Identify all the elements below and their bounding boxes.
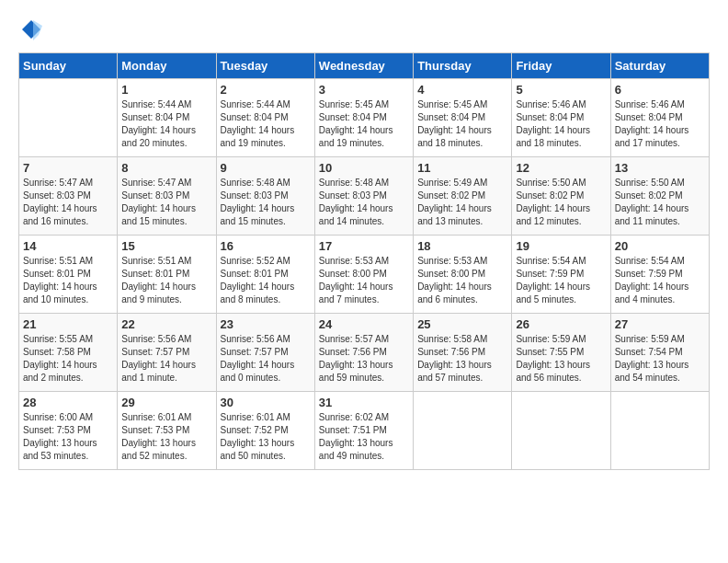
cell-content: Sunrise: 6:00 AM Sunset: 7:53 PM Dayligh… [23, 411, 113, 463]
day-number: 25 [417, 317, 507, 331]
calendar-cell: 12Sunrise: 5:50 AM Sunset: 8:02 PM Dayli… [512, 157, 610, 236]
day-number: 10 [319, 161, 409, 175]
calendar-cell: 13Sunrise: 5:50 AM Sunset: 8:02 PM Dayli… [610, 157, 709, 236]
calendar-cell: 23Sunrise: 5:56 AM Sunset: 7:57 PM Dayli… [216, 314, 314, 392]
calendar-cell: 24Sunrise: 5:57 AM Sunset: 7:56 PM Dayli… [314, 314, 413, 392]
calendar-cell [512, 392, 610, 470]
day-number: 3 [319, 83, 409, 97]
cell-content: Sunrise: 5:48 AM Sunset: 8:03 PM Dayligh… [221, 177, 311, 228]
page-header [18, 18, 710, 45]
day-number: 18 [417, 239, 507, 253]
day-number: 1 [121, 83, 211, 97]
day-number: 30 [221, 396, 311, 409]
calendar-cell: 5Sunrise: 5:46 AM Sunset: 8:04 PM Daylig… [512, 79, 610, 157]
calendar-body: 1Sunrise: 5:44 AM Sunset: 8:04 PM Daylig… [19, 79, 710, 470]
day-number: 6 [615, 83, 705, 97]
calendar-cell [610, 392, 709, 470]
svg-marker-1 [33, 20, 42, 40]
day-header-tuesday: Tuesday [216, 53, 314, 79]
day-number: 24 [319, 317, 409, 331]
cell-content: Sunrise: 5:47 AM Sunset: 8:03 PM Dayligh… [121, 177, 211, 228]
day-header-sunday: Sunday [19, 53, 118, 79]
day-number: 23 [221, 317, 311, 331]
cell-content: Sunrise: 5:47 AM Sunset: 8:03 PM Dayligh… [23, 177, 113, 228]
cell-content: Sunrise: 5:59 AM Sunset: 7:54 PM Dayligh… [615, 333, 705, 385]
day-number: 20 [615, 239, 705, 253]
cell-content: Sunrise: 5:44 AM Sunset: 8:04 PM Dayligh… [121, 98, 211, 150]
day-number: 21 [23, 317, 113, 331]
calendar-cell: 16Sunrise: 5:52 AM Sunset: 8:01 PM Dayli… [216, 236, 314, 314]
calendar-table: SundayMondayTuesdayWednesdayThursdayFrid… [18, 52, 710, 470]
week-row-1: 1Sunrise: 5:44 AM Sunset: 8:04 PM Daylig… [19, 79, 710, 157]
calendar-cell: 17Sunrise: 5:53 AM Sunset: 8:00 PM Dayli… [314, 236, 413, 314]
calendar-cell: 15Sunrise: 5:51 AM Sunset: 8:01 PM Dayli… [118, 236, 216, 314]
cell-content: Sunrise: 5:56 AM Sunset: 7:57 PM Dayligh… [121, 333, 211, 385]
logo-icon [20, 18, 42, 40]
week-row-2: 7Sunrise: 5:47 AM Sunset: 8:03 PM Daylig… [19, 157, 710, 236]
day-header-saturday: Saturday [610, 53, 709, 79]
day-header-monday: Monday [118, 53, 216, 79]
cell-content: Sunrise: 5:57 AM Sunset: 7:56 PM Dayligh… [319, 333, 409, 385]
day-number: 4 [417, 83, 507, 97]
day-number: 12 [516, 161, 606, 175]
calendar-cell: 11Sunrise: 5:49 AM Sunset: 8:02 PM Dayli… [414, 157, 512, 236]
calendar-cell: 4Sunrise: 5:45 AM Sunset: 8:04 PM Daylig… [414, 79, 512, 157]
day-number: 19 [516, 239, 606, 253]
day-number: 22 [121, 317, 211, 331]
calendar-cell: 8Sunrise: 5:47 AM Sunset: 8:03 PM Daylig… [118, 157, 216, 236]
day-number: 14 [23, 239, 113, 253]
cell-content: Sunrise: 5:46 AM Sunset: 8:04 PM Dayligh… [615, 98, 705, 150]
cell-content: Sunrise: 5:50 AM Sunset: 8:02 PM Dayligh… [615, 177, 705, 228]
cell-content: Sunrise: 5:54 AM Sunset: 7:59 PM Dayligh… [615, 255, 705, 306]
day-number: 16 [221, 239, 311, 253]
header-row: SundayMondayTuesdayWednesdayThursdayFrid… [19, 53, 710, 79]
calendar-cell: 9Sunrise: 5:48 AM Sunset: 8:03 PM Daylig… [216, 157, 314, 236]
calendar-cell: 19Sunrise: 5:54 AM Sunset: 7:59 PM Dayli… [512, 236, 610, 314]
calendar-cell: 29Sunrise: 6:01 AM Sunset: 7:53 PM Dayli… [118, 392, 216, 470]
calendar-cell: 20Sunrise: 5:54 AM Sunset: 7:59 PM Dayli… [610, 236, 709, 314]
calendar-cell: 18Sunrise: 5:53 AM Sunset: 8:00 PM Dayli… [414, 236, 512, 314]
day-number: 13 [615, 161, 705, 175]
day-number: 8 [121, 161, 211, 175]
calendar-cell [19, 79, 118, 157]
cell-content: Sunrise: 5:49 AM Sunset: 8:02 PM Dayligh… [417, 177, 507, 228]
day-number: 5 [516, 83, 606, 97]
calendar-cell: 31Sunrise: 6:02 AM Sunset: 7:51 PM Dayli… [314, 392, 413, 470]
cell-content: Sunrise: 6:02 AM Sunset: 7:51 PM Dayligh… [319, 411, 409, 463]
day-header-friday: Friday [512, 53, 610, 79]
cell-content: Sunrise: 5:52 AM Sunset: 8:01 PM Dayligh… [221, 255, 311, 306]
calendar-cell: 6Sunrise: 5:46 AM Sunset: 8:04 PM Daylig… [610, 79, 709, 157]
calendar-cell: 14Sunrise: 5:51 AM Sunset: 8:01 PM Dayli… [19, 236, 118, 314]
cell-content: Sunrise: 5:56 AM Sunset: 7:57 PM Dayligh… [221, 333, 311, 385]
cell-content: Sunrise: 5:58 AM Sunset: 7:56 PM Dayligh… [417, 333, 507, 385]
cell-content: Sunrise: 5:54 AM Sunset: 7:59 PM Dayligh… [516, 255, 606, 306]
cell-content: Sunrise: 6:01 AM Sunset: 7:52 PM Dayligh… [221, 411, 311, 463]
day-number: 7 [23, 161, 113, 175]
calendar-cell: 10Sunrise: 5:48 AM Sunset: 8:03 PM Dayli… [314, 157, 413, 236]
calendar-cell: 3Sunrise: 5:45 AM Sunset: 8:04 PM Daylig… [314, 79, 413, 157]
cell-content: Sunrise: 6:01 AM Sunset: 7:53 PM Dayligh… [121, 411, 211, 463]
calendar-cell: 26Sunrise: 5:59 AM Sunset: 7:55 PM Dayli… [512, 314, 610, 392]
cell-content: Sunrise: 5:50 AM Sunset: 8:02 PM Dayligh… [516, 177, 606, 228]
calendar-cell: 1Sunrise: 5:44 AM Sunset: 8:04 PM Daylig… [118, 79, 216, 157]
day-number: 31 [319, 396, 409, 409]
day-number: 27 [615, 317, 705, 331]
week-row-5: 28Sunrise: 6:00 AM Sunset: 7:53 PM Dayli… [19, 392, 710, 470]
day-number: 17 [319, 239, 409, 253]
logo-text [18, 18, 42, 45]
cell-content: Sunrise: 5:51 AM Sunset: 8:01 PM Dayligh… [121, 255, 211, 306]
day-header-wednesday: Wednesday [314, 53, 413, 79]
calendar-cell: 30Sunrise: 6:01 AM Sunset: 7:52 PM Dayli… [216, 392, 314, 470]
day-number: 15 [121, 239, 211, 253]
cell-content: Sunrise: 5:51 AM Sunset: 8:01 PM Dayligh… [23, 255, 113, 306]
day-header-thursday: Thursday [414, 53, 512, 79]
cell-content: Sunrise: 5:48 AM Sunset: 8:03 PM Dayligh… [319, 177, 409, 228]
day-number: 28 [23, 396, 113, 409]
logo [18, 18, 42, 45]
cell-content: Sunrise: 5:44 AM Sunset: 8:04 PM Dayligh… [221, 98, 311, 150]
calendar-cell: 28Sunrise: 6:00 AM Sunset: 7:53 PM Dayli… [19, 392, 118, 470]
calendar-cell: 21Sunrise: 5:55 AM Sunset: 7:58 PM Dayli… [19, 314, 118, 392]
calendar-cell: 27Sunrise: 5:59 AM Sunset: 7:54 PM Dayli… [610, 314, 709, 392]
day-number: 29 [121, 396, 211, 409]
calendar-cell [414, 392, 512, 470]
